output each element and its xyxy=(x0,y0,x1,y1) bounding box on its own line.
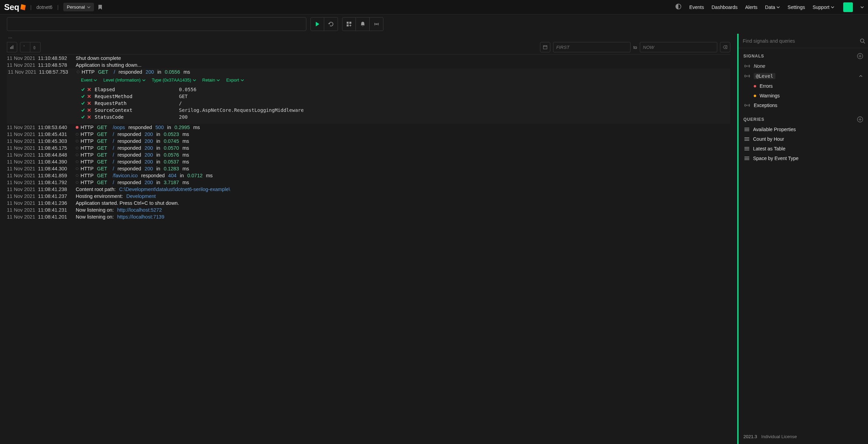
exclude-icon[interactable] xyxy=(87,94,91,98)
event-row[interactable]: 11 Nov 202111:08:44.848 HTTP GET / respo… xyxy=(7,151,730,158)
workspace-dropdown[interactable]: Personal xyxy=(63,3,94,11)
property-value: Serilog.AspNetCore.RequestLoggingMiddlew… xyxy=(179,107,304,113)
event-menu-item[interactable]: Export xyxy=(226,77,244,83)
nav-settings[interactable]: Settings xyxy=(787,4,805,10)
event-row[interactable]: 11 Nov 202111:08:41.792 HTTP GET / respo… xyxy=(7,179,730,186)
search-icon[interactable] xyxy=(860,38,865,44)
refresh-button[interactable] xyxy=(324,17,338,31)
chevron-down-icon xyxy=(831,6,834,9)
event-row[interactable]: 11 Nov 202111:10:48.578 Application is s… xyxy=(7,62,730,68)
event-menu-item[interactable]: Event xyxy=(81,77,97,83)
event-message: HTTP GET / responded 200 in 3.7187 ms xyxy=(76,180,189,185)
include-icon[interactable] xyxy=(81,94,85,98)
add-signal-icon[interactable] xyxy=(857,53,863,59)
event-row[interactable]: 11 Nov 202111:08:44.390 HTTP GET / respo… xyxy=(7,158,730,165)
level-dot-icon xyxy=(76,167,78,170)
event-message: HTTP GET / responded 200 in 0.0537 ms xyxy=(76,159,189,165)
event-row[interactable]: 11 Nov 202111:08:57.753 HTTP GET / respo… xyxy=(7,68,730,75)
svg-rect-14 xyxy=(744,128,749,128)
level-dot-icon xyxy=(76,174,78,177)
signal-errors[interactable]: Errors xyxy=(743,81,863,91)
clear-time-button[interactable] xyxy=(720,42,730,52)
include-icon[interactable] xyxy=(81,87,85,92)
exclude-icon[interactable] xyxy=(87,108,91,112)
nav-alerts[interactable]: Alerts xyxy=(745,4,758,10)
include-icon[interactable] xyxy=(81,108,85,112)
svg-text:{}: {} xyxy=(33,45,35,49)
event-row[interactable]: 11 Nov 202111:08:41.859 HTTP GET /favico… xyxy=(7,172,730,179)
signal-label: Warnings xyxy=(760,93,780,98)
quote-button[interactable]: ' xyxy=(20,42,30,52)
bookmark-icon[interactable] xyxy=(97,4,103,10)
event-message: HTTP GET /oops responded 500 in 0.2995 m… xyxy=(76,125,200,130)
calendar-button[interactable] xyxy=(540,42,550,52)
query-item[interactable]: Space by Event Type xyxy=(743,154,863,163)
event-message: HTTP GET / responded 200 in 0.0745 ms xyxy=(76,138,189,144)
event-message: Shut down complete xyxy=(76,55,121,61)
avatar[interactable] xyxy=(843,2,853,12)
time-from-input[interactable] xyxy=(553,42,631,52)
include-icon[interactable] xyxy=(81,115,85,119)
query-item[interactable]: Latest as Table xyxy=(743,144,863,154)
signal-warnings[interactable]: Warnings xyxy=(743,91,863,101)
event-row[interactable]: 11 Nov 202111:08:45.175 HTTP GET / respo… xyxy=(7,145,730,151)
event-row[interactable]: 11 Nov 202111:08:53.640 HTTP GET /oops r… xyxy=(7,124,730,131)
chevron-down-icon xyxy=(216,78,220,82)
chart-toggle-button[interactable] xyxy=(7,42,17,52)
logo-accent-icon xyxy=(20,4,26,10)
event-row[interactable]: 11 Nov 202111:08:44.300 HTTP GET / respo… xyxy=(7,165,730,172)
event-row[interactable]: 11 Nov 202111:10:48.592 Shut down comple… xyxy=(7,55,730,62)
event-menu-item[interactable]: Level (Information) xyxy=(103,77,145,83)
event-row[interactable]: 11 Nov 202111:08:45.303 HTTP GET / respo… xyxy=(7,138,730,145)
property-row: SourceContext Serilog.AspNetCore.Request… xyxy=(81,107,730,114)
exclude-icon[interactable] xyxy=(87,115,91,119)
collapsed-filters[interactable]: ... xyxy=(7,34,730,42)
add-query-icon[interactable] xyxy=(857,116,863,123)
event-row[interactable]: 11 Nov 202111:08:41.236 Application star… xyxy=(7,200,730,207)
event-row[interactable]: 11 Nov 202111:08:45.431 HTTP GET / respo… xyxy=(7,131,730,138)
alert-button[interactable] xyxy=(356,17,370,31)
signal-icon xyxy=(744,64,750,68)
add-widget-button[interactable] xyxy=(342,17,356,31)
nav-events[interactable]: Events xyxy=(689,4,704,10)
event-row[interactable]: 11 Nov 202111:08:41.201 Now listening on… xyxy=(7,213,730,220)
event-menu-item[interactable]: Retain xyxy=(202,77,220,83)
braces-button[interactable]: {} xyxy=(30,42,41,52)
stream-button[interactable] xyxy=(370,17,383,31)
exclude-icon[interactable] xyxy=(87,101,91,105)
time-to-input[interactable] xyxy=(640,42,717,52)
signal-none[interactable]: None xyxy=(743,61,863,71)
signal-level-group[interactable]: @Level xyxy=(743,71,863,81)
exclude-icon[interactable] xyxy=(87,87,91,92)
theme-toggle[interactable] xyxy=(675,3,682,11)
query-item[interactable]: Count by Hour xyxy=(743,134,863,144)
svg-rect-5 xyxy=(10,47,11,49)
event-menu-item[interactable]: Type (0x37AA1435) xyxy=(152,77,196,83)
signals-search-input[interactable] xyxy=(741,35,860,46)
event-timestamp: 11 Nov 202111:10:48.592 xyxy=(7,55,76,61)
nav-dashboards[interactable]: Dashboards xyxy=(711,4,738,10)
svg-rect-23 xyxy=(744,157,749,157)
query-item[interactable]: Available Properties xyxy=(743,125,863,134)
svg-point-4 xyxy=(376,24,377,24)
signal-label: Errors xyxy=(760,83,773,89)
query-input[interactable] xyxy=(7,17,306,31)
include-icon[interactable] xyxy=(81,101,85,105)
event-timestamp: 11 Nov 202111:08:53.640 xyxy=(7,125,76,130)
project-link[interactable]: dotnet6 xyxy=(36,4,53,10)
logo[interactable]: Seq xyxy=(4,2,25,12)
chevron-down-icon xyxy=(241,78,244,82)
nav-data[interactable]: Data xyxy=(765,4,780,10)
event-row[interactable]: 11 Nov 202111:08:41.231 Now listening on… xyxy=(7,207,730,213)
event-timestamp: 11 Nov 202111:08:45.303 xyxy=(7,138,76,144)
svg-text:': ' xyxy=(24,45,24,50)
event-row[interactable]: 11 Nov 202111:08:41.238 Content root pat… xyxy=(7,186,730,193)
divider: | xyxy=(30,4,32,10)
level-dot-icon xyxy=(76,160,78,163)
event-timestamp: 11 Nov 202111:08:44.848 xyxy=(7,152,76,158)
run-button[interactable] xyxy=(310,17,324,31)
user-menu-chevron-icon[interactable] xyxy=(860,6,864,9)
event-row[interactable]: 11 Nov 202111:08:41.237 Hosting environm… xyxy=(7,193,730,200)
signal-exceptions[interactable]: Exceptions xyxy=(743,101,863,110)
nav-support[interactable]: Support xyxy=(813,4,834,10)
